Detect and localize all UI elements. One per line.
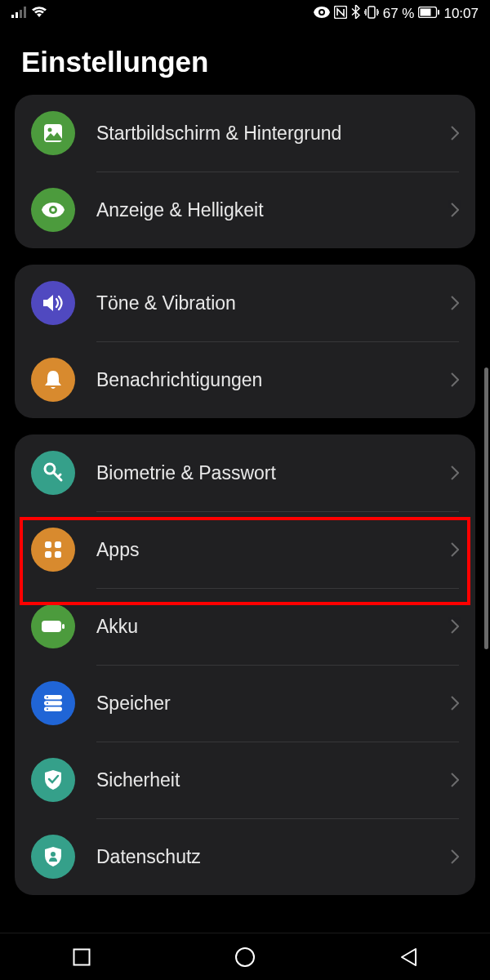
chevron-right-icon xyxy=(451,203,459,217)
nfc-icon xyxy=(334,6,347,23)
settings-item-label: Töne & Vibration xyxy=(96,292,451,314)
settings-item-label: Datenschutz xyxy=(96,846,451,868)
svg-rect-16 xyxy=(55,541,61,548)
svg-point-4 xyxy=(320,11,323,14)
chevron-right-icon xyxy=(451,466,459,480)
svg-rect-17 xyxy=(45,551,51,558)
svg-point-13 xyxy=(51,208,56,212)
chevron-right-icon xyxy=(451,773,459,787)
settings-item-label: Akku xyxy=(96,616,451,638)
wifi-icon xyxy=(31,6,47,22)
nav-recent-button[interactable] xyxy=(33,933,131,981)
settings-item-home[interactable]: Startbildschirm & Hintergrund xyxy=(15,95,475,172)
clock-text: 10:07 xyxy=(443,6,479,22)
settings-group: Töne & Vibration Benachrichtigungen xyxy=(15,265,475,418)
svg-rect-8 xyxy=(421,9,431,16)
settings-item-label: Apps xyxy=(96,539,451,561)
settings-item-label: Biometrie & Passwort xyxy=(96,462,451,484)
svg-rect-9 xyxy=(438,10,439,15)
svg-rect-15 xyxy=(45,541,51,548)
settings-item-display[interactable]: Anzeige & Helligkeit xyxy=(15,172,475,248)
privacy-icon xyxy=(31,835,75,879)
volume-icon xyxy=(31,281,75,325)
svg-point-25 xyxy=(47,702,48,704)
chevron-right-icon xyxy=(451,619,459,634)
chevron-right-icon xyxy=(451,696,459,710)
apps-icon xyxy=(31,528,75,572)
battery-text: 67 % xyxy=(383,6,415,22)
svg-rect-20 xyxy=(62,624,65,629)
battery-icon xyxy=(418,6,439,22)
settings-item-label: Anzeige & Helligkeit xyxy=(96,199,451,221)
page-title: Einstellungen xyxy=(0,28,490,95)
vibrate-icon xyxy=(364,6,379,23)
svg-point-29 xyxy=(236,948,254,966)
svg-point-24 xyxy=(47,697,48,698)
nav-back-button[interactable] xyxy=(359,933,457,981)
signal-icon xyxy=(11,6,26,22)
eye-icon xyxy=(31,188,75,232)
bluetooth-icon xyxy=(351,5,360,23)
navigation-bar xyxy=(0,933,490,980)
settings-item-privacy[interactable]: Datenschutz xyxy=(15,818,475,895)
settings-item-biometrics[interactable]: Biometrie & Passwort xyxy=(15,434,475,511)
chevron-right-icon xyxy=(451,372,459,387)
scrollbar-indicator[interactable] xyxy=(484,368,488,649)
settings-item-battery[interactable]: Akku xyxy=(15,588,475,665)
bell-icon xyxy=(31,358,75,402)
svg-rect-3 xyxy=(24,7,26,18)
settings-list: Startbildschirm & Hintergrund Anzeige & … xyxy=(0,95,490,895)
shield-check-icon xyxy=(31,758,75,802)
settings-item-sound[interactable]: Töne & Vibration xyxy=(15,265,475,341)
battery-icon xyxy=(31,604,75,648)
settings-item-security[interactable]: Sicherheit xyxy=(15,742,475,818)
settings-group: Startbildschirm & Hintergrund Anzeige & … xyxy=(15,95,475,248)
nav-home-button[interactable] xyxy=(196,933,294,981)
svg-rect-18 xyxy=(55,551,61,558)
settings-item-label: Benachrichtigungen xyxy=(96,369,451,391)
settings-item-apps[interactable]: Apps xyxy=(15,511,475,588)
visibility-icon xyxy=(314,6,330,22)
storage-icon xyxy=(31,681,75,725)
svg-rect-28 xyxy=(74,949,90,964)
settings-item-label: Startbildschirm & Hintergrund xyxy=(96,122,451,145)
svg-rect-0 xyxy=(11,15,14,18)
svg-rect-19 xyxy=(42,621,61,632)
chevron-right-icon xyxy=(451,542,459,557)
status-bar: 67 % 10:07 xyxy=(0,0,490,28)
svg-point-11 xyxy=(48,128,52,132)
svg-rect-6 xyxy=(368,7,375,18)
settings-item-label: Sicherheit xyxy=(96,769,451,791)
chevron-right-icon xyxy=(451,849,459,864)
key-icon xyxy=(31,451,75,495)
settings-item-notifications[interactable]: Benachrichtigungen xyxy=(15,341,475,418)
chevron-right-icon xyxy=(451,126,459,140)
chevron-right-icon xyxy=(451,296,459,310)
svg-rect-1 xyxy=(16,12,18,18)
settings-group: Biometrie & Passwort Apps Akku Speicher xyxy=(15,434,475,895)
settings-item-storage[interactable]: Speicher xyxy=(15,665,475,742)
svg-rect-2 xyxy=(20,10,22,18)
svg-point-27 xyxy=(51,852,56,857)
svg-point-26 xyxy=(47,708,48,710)
settings-item-label: Speicher xyxy=(96,693,451,715)
image-icon xyxy=(31,111,75,155)
